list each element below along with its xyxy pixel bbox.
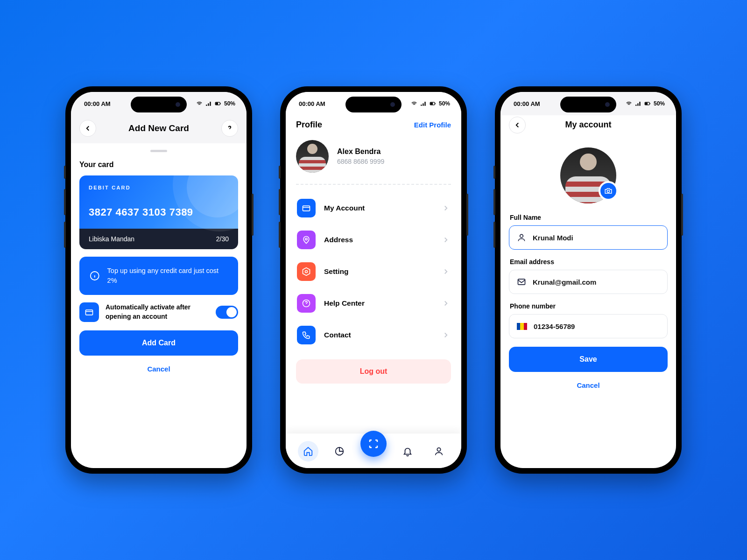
menu-address[interactable]: Address bbox=[296, 224, 451, 256]
card-icon bbox=[85, 308, 94, 317]
signal-icon bbox=[420, 100, 427, 107]
svg-rect-13 bbox=[645, 103, 647, 105]
status-battery: 50% bbox=[654, 100, 665, 107]
cancel-button[interactable]: Cancel bbox=[509, 378, 668, 393]
signal-icon bbox=[205, 100, 212, 107]
card-expiry: 2/30 bbox=[216, 235, 229, 243]
signal-icon bbox=[635, 100, 641, 107]
menu-contact[interactable]: Contact bbox=[296, 319, 451, 351]
fullname-field[interactable]: Krunal Modi bbox=[509, 225, 668, 250]
svg-rect-16 bbox=[518, 279, 525, 285]
help-button[interactable] bbox=[221, 120, 238, 137]
tab-home[interactable] bbox=[298, 441, 318, 462]
wifi-icon bbox=[411, 100, 417, 107]
tab-stats[interactable] bbox=[329, 441, 350, 462]
menu-label: Address bbox=[324, 236, 433, 244]
avatar-section bbox=[560, 147, 616, 203]
gear-icon bbox=[302, 267, 311, 276]
card-icon-box bbox=[79, 302, 99, 322]
battery-icon bbox=[644, 100, 651, 107]
svg-rect-6 bbox=[303, 206, 310, 211]
change-photo-button[interactable] bbox=[599, 181, 618, 201]
status-time: 00:00 AM bbox=[299, 100, 325, 107]
tab-profile[interactable] bbox=[429, 441, 449, 462]
chevron-right-icon bbox=[442, 331, 450, 339]
mail-icon bbox=[517, 277, 526, 287]
svg-point-14 bbox=[607, 190, 609, 192]
svg-point-15 bbox=[520, 234, 523, 238]
notch bbox=[345, 97, 402, 112]
camera-icon bbox=[604, 187, 613, 195]
battery-icon bbox=[430, 100, 436, 107]
screen-title: Add New Card bbox=[128, 123, 189, 133]
scan-icon bbox=[368, 438, 379, 449]
svg-rect-5 bbox=[430, 103, 432, 105]
profile-header: Alex Bendra 6868 8686 9999 bbox=[286, 133, 461, 177]
location-icon bbox=[302, 235, 311, 245]
edit-profile-link[interactable]: Edit Profile bbox=[414, 121, 451, 129]
screen-title: My account bbox=[565, 120, 611, 130]
menu-help[interactable]: Help Center bbox=[296, 287, 451, 319]
chevron-right-icon bbox=[442, 267, 450, 276]
phone-label: Phone number bbox=[510, 302, 668, 310]
chevron-right-icon bbox=[442, 299, 450, 308]
tab-notifications[interactable] bbox=[397, 441, 418, 462]
section-title: Your card bbox=[79, 161, 238, 169]
auto-activate-toggle[interactable] bbox=[216, 306, 238, 319]
status-time: 00:00 AM bbox=[514, 100, 540, 107]
pie-chart-icon bbox=[334, 446, 345, 456]
help-icon bbox=[302, 299, 311, 308]
logout-button[interactable]: Log out bbox=[296, 359, 451, 384]
add-card-button[interactable]: Add Card bbox=[79, 330, 238, 356]
svg-rect-1 bbox=[216, 103, 218, 105]
topup-info: Top up using any credit card just cost 2… bbox=[79, 257, 238, 295]
fullname-label: Full Name bbox=[510, 214, 668, 221]
status-battery: 50% bbox=[224, 100, 235, 107]
card-icon bbox=[302, 203, 311, 213]
save-button[interactable]: Save bbox=[509, 347, 668, 372]
cancel-button[interactable]: Cancel bbox=[79, 361, 238, 377]
card-holder: Libiska Mandan bbox=[89, 235, 134, 243]
menu-label: Help Center bbox=[324, 299, 433, 308]
scan-fab[interactable] bbox=[360, 431, 387, 457]
svg-rect-3 bbox=[86, 310, 93, 315]
tab-bar bbox=[286, 434, 461, 468]
topup-info-text: Top up using any credit card just cost 2… bbox=[107, 266, 228, 286]
divider bbox=[296, 184, 451, 185]
screen-title: Profile bbox=[296, 120, 322, 130]
menu-label: Contact bbox=[324, 331, 433, 339]
menu-my-account[interactable]: My Account bbox=[296, 192, 451, 224]
card-type-label: DEBIT CARD bbox=[89, 185, 229, 190]
chevron-right-icon bbox=[442, 236, 450, 244]
info-icon bbox=[90, 271, 100, 281]
auto-activate-text: Automatically activate after opening an … bbox=[106, 303, 209, 321]
phone-icon bbox=[302, 330, 311, 340]
phone-value: 01234-56789 bbox=[534, 322, 575, 330]
wifi-icon bbox=[196, 100, 203, 107]
chevron-right-icon bbox=[442, 204, 450, 212]
chevron-left-icon bbox=[84, 124, 92, 133]
back-button[interactable] bbox=[79, 120, 96, 137]
country-flag-icon[interactable] bbox=[517, 323, 527, 330]
back-button[interactable] bbox=[509, 117, 526, 133]
status-battery: 50% bbox=[439, 100, 450, 107]
bell-icon bbox=[402, 446, 413, 456]
email-label: Email address bbox=[510, 258, 668, 266]
svg-point-8 bbox=[305, 271, 308, 273]
question-icon bbox=[226, 124, 234, 133]
card-number: 3827 4637 3103 7389 bbox=[89, 206, 229, 218]
user-icon bbox=[434, 446, 444, 456]
notch bbox=[560, 97, 616, 112]
notch bbox=[131, 97, 187, 112]
debit-card[interactable]: DEBIT CARD 3827 4637 3103 7389 Libiska M… bbox=[79, 175, 238, 249]
menu-label: My Account bbox=[324, 204, 433, 212]
svg-point-11 bbox=[437, 448, 441, 451]
avatar[interactable] bbox=[296, 140, 329, 173]
phone-field[interactable]: 01234-56789 bbox=[509, 314, 668, 338]
wifi-icon bbox=[626, 100, 632, 107]
svg-point-7 bbox=[305, 238, 307, 240]
menu-setting[interactable]: Setting bbox=[296, 256, 451, 287]
user-icon bbox=[517, 233, 526, 242]
email-field[interactable]: Krunal@gmail.com bbox=[509, 270, 668, 294]
profile-number: 6868 8686 9999 bbox=[337, 158, 384, 165]
